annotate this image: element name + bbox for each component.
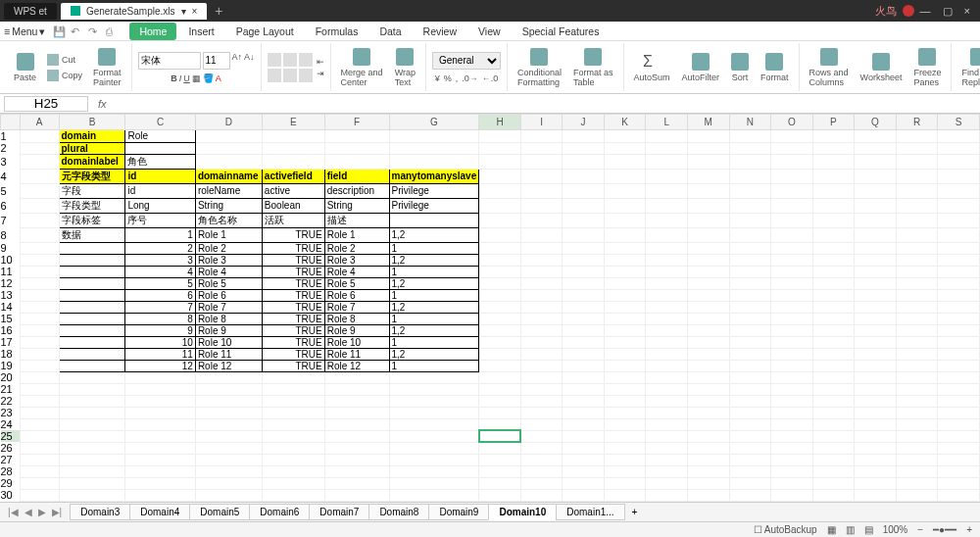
cell[interactable] (563, 198, 605, 213)
cell[interactable]: Role 9 (324, 324, 389, 336)
cell[interactable]: 1,2 (389, 301, 479, 313)
cell[interactable] (687, 213, 729, 227)
row-header[interactable]: 22 (1, 395, 21, 407)
cell[interactable] (938, 301, 980, 313)
cell[interactable] (604, 336, 646, 348)
cell[interactable]: Role 4 (195, 266, 262, 277)
cell[interactable] (563, 324, 605, 336)
column-header[interactable]: I (520, 115, 563, 130)
cell[interactable] (896, 360, 938, 371)
cell[interactable]: TRUE (262, 289, 324, 301)
cell[interactable] (855, 266, 897, 277)
row-header[interactable]: 27 (1, 454, 21, 465)
cell[interactable] (324, 477, 389, 489)
cell[interactable] (771, 383, 813, 395)
cell[interactable] (479, 442, 521, 454)
cell[interactable] (520, 418, 563, 430)
cell[interactable] (687, 289, 729, 301)
cell[interactable] (324, 454, 389, 465)
cell[interactable]: field (324, 169, 389, 183)
cell[interactable] (262, 154, 324, 169)
cell[interactable] (604, 227, 646, 242)
cell[interactable] (771, 213, 813, 227)
cell[interactable] (812, 313, 855, 324)
cell[interactable] (855, 289, 897, 301)
cell[interactable]: plural (59, 142, 125, 154)
cell[interactable] (938, 477, 980, 489)
maximize-button[interactable]: ▢ (937, 5, 958, 18)
cell[interactable] (125, 477, 195, 489)
cell[interactable] (812, 360, 855, 371)
cell[interactable] (771, 198, 813, 213)
cell[interactable] (389, 154, 479, 169)
cell[interactable] (729, 465, 771, 477)
cell[interactable] (563, 348, 605, 360)
cell[interactable]: description (324, 183, 389, 198)
cell[interactable] (604, 371, 646, 383)
cell[interactable] (59, 348, 125, 360)
cell[interactable]: 1 (389, 266, 479, 277)
column-header[interactable]: N (729, 115, 771, 130)
cell[interactable] (687, 383, 729, 395)
cell[interactable] (646, 348, 688, 360)
cell[interactable]: String (195, 198, 262, 213)
cell[interactable] (855, 313, 897, 324)
cell[interactable] (604, 324, 646, 336)
cell[interactable] (687, 442, 729, 454)
cell[interactable] (812, 183, 855, 198)
cell[interactable]: Privilege (389, 183, 479, 198)
cell[interactable] (812, 324, 855, 336)
cell[interactable]: roleName (195, 183, 262, 198)
cell[interactable] (855, 395, 897, 407)
cell[interactable] (729, 227, 771, 242)
cell[interactable]: Role 1 (324, 227, 389, 242)
cell[interactable] (59, 242, 125, 254)
cell[interactable] (520, 477, 563, 489)
cell[interactable] (646, 336, 688, 348)
cell[interactable]: Role 1 (195, 227, 262, 242)
cell[interactable] (195, 442, 262, 454)
cell[interactable] (195, 430, 262, 442)
cell[interactable] (520, 454, 563, 465)
cell[interactable]: id (125, 183, 195, 198)
row-header[interactable]: 7 (1, 213, 21, 227)
cell[interactable] (563, 154, 605, 169)
row-header[interactable]: 25 (1, 430, 21, 442)
cell[interactable]: Role 4 (324, 266, 389, 277)
cell[interactable] (479, 169, 521, 183)
cell[interactable] (812, 383, 855, 395)
cell[interactable] (771, 430, 813, 442)
ribbon-tab-view[interactable]: View (468, 23, 511, 40)
cell[interactable]: 字段标签 (59, 213, 125, 227)
cell[interactable]: Role 10 (195, 336, 262, 348)
column-header[interactable]: R (896, 115, 938, 130)
column-header[interactable] (1, 115, 21, 130)
cell[interactable] (195, 454, 262, 465)
cell[interactable]: activefield (262, 169, 324, 183)
cell[interactable] (896, 242, 938, 254)
cell[interactable]: Role 10 (324, 336, 389, 348)
cell[interactable] (646, 395, 688, 407)
cell[interactable]: 3 (125, 254, 195, 266)
cut-button[interactable]: Cut (44, 53, 85, 67)
cell[interactable] (646, 277, 688, 289)
cell[interactable] (938, 242, 980, 254)
cell[interactable] (20, 430, 59, 442)
cell[interactable] (324, 395, 389, 407)
cell[interactable] (262, 418, 324, 430)
cell[interactable] (896, 154, 938, 169)
prev-sheet-icon[interactable]: ◀ (23, 507, 34, 517)
cell[interactable] (687, 348, 729, 360)
cell[interactable] (520, 169, 563, 183)
cell[interactable] (855, 360, 897, 371)
sheet-tab[interactable]: Domain9 (428, 504, 489, 520)
cell[interactable]: Role 7 (324, 301, 389, 313)
row-header[interactable]: 21 (1, 383, 21, 395)
number-format-select[interactable]: General (432, 52, 501, 70)
cell[interactable] (563, 254, 605, 266)
close-icon[interactable]: × (192, 6, 198, 17)
increase-font-icon[interactable]: A↑ (232, 52, 243, 70)
cell[interactable] (938, 198, 980, 213)
cell[interactable] (125, 465, 195, 477)
cell[interactable] (479, 395, 521, 407)
